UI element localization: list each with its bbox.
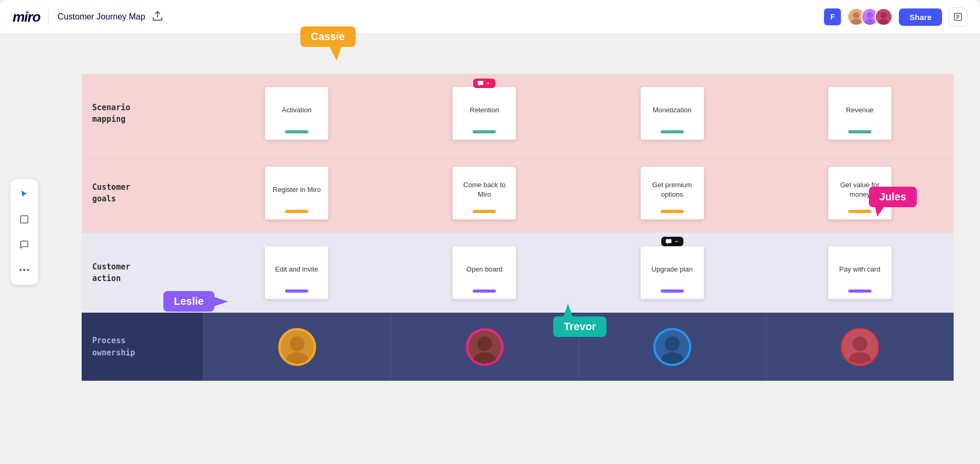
- goals-label: Customergoals: [82, 153, 203, 233]
- sticky-text-revenue: Revenue: [836, 95, 884, 125]
- tooltip-trevor: Trevor: [553, 316, 606, 337]
- process-avatar-2: [466, 328, 504, 366]
- sticky-openboard[interactable]: Open board: [453, 246, 516, 299]
- sticky-text-upgrade: Upgrade plan: [648, 255, 697, 284]
- sticky-text-edit: Edit and invite: [272, 255, 321, 284]
- framer-icon[interactable]: F: [824, 8, 841, 25]
- sticky-text-register: Register in Miro: [272, 175, 321, 205]
- svg-point-2: [853, 12, 859, 18]
- comment-badge-upgrade: [661, 237, 683, 246]
- action-cell-4: Pay with card: [766, 233, 954, 312]
- topbar-divider: [48, 9, 49, 24]
- process-cell-1: [203, 313, 390, 381]
- action-cell-3: Upgrade plan: [579, 233, 766, 312]
- sticky-upgrade[interactable]: Upgrade plan: [641, 246, 704, 299]
- sticky-bar-pay: [848, 289, 871, 293]
- sticky-text-openboard: Open board: [460, 255, 508, 284]
- sticky-activation[interactable]: Activation: [265, 87, 328, 140]
- topbar: miro Customer Journey Map F Share: [0, 0, 980, 34]
- upload-button[interactable]: [152, 10, 163, 24]
- topbar-title: Customer Journey Map: [57, 12, 145, 22]
- sticky-bar-openboard: [473, 289, 496, 293]
- sticky-bar-value: [848, 210, 871, 213]
- process-avatar-1: [278, 328, 316, 366]
- sticky-bar-monetization: [661, 130, 684, 133]
- svg-point-31: [665, 336, 680, 351]
- sticky-comeback[interactable]: Come back to Miro: [453, 167, 516, 219]
- sticky-bar-comeback: [473, 210, 496, 213]
- svg-point-8: [880, 12, 887, 18]
- sticky-monetization[interactable]: Monetization: [641, 87, 704, 140]
- sticky-register[interactable]: Register in Miro: [265, 167, 328, 219]
- process-cell-2: [390, 313, 578, 381]
- goals-cell-3: Get premium options: [579, 153, 766, 233]
- sticky-text-pay: Pay with card: [836, 255, 884, 284]
- tooltip-leslie: Leslie: [163, 291, 214, 312]
- sticky-bar-retention: [473, 130, 496, 133]
- comment-tool[interactable]: [16, 236, 33, 253]
- comment-badge-retention: [473, 79, 495, 88]
- avatar-user3: [875, 8, 893, 26]
- goals-cell-2: Come back to Miro: [390, 153, 578, 233]
- share-button[interactable]: Share: [899, 8, 942, 26]
- sticky-edit[interactable]: Edit and invite: [265, 246, 328, 299]
- goals-cells: Register in Miro Come back to Miro Get p…: [203, 153, 954, 233]
- action-cells: Edit and invite Open board Upgrade plan: [203, 233, 954, 312]
- notes-button[interactable]: [948, 7, 967, 26]
- sticky-bar-premium: [661, 210, 684, 213]
- svg-point-25: [290, 336, 305, 351]
- svg-point-28: [477, 336, 492, 351]
- process-cell-4: [766, 313, 954, 381]
- svg-marker-21: [563, 304, 573, 318]
- trevor-label: Trevor: [553, 316, 606, 337]
- sticky-text-premium: Get premium options: [648, 175, 697, 205]
- svg-point-17: [27, 269, 29, 271]
- cursor-tool[interactable]: [16, 186, 33, 202]
- action-cell-2: Open board: [390, 233, 578, 312]
- tooltip-jules: Jules: [869, 187, 917, 207]
- svg-point-5: [867, 12, 873, 18]
- miro-logo: miro: [13, 9, 40, 25]
- svg-point-15: [19, 269, 22, 271]
- process-avatar-4: [841, 328, 879, 366]
- sticky-text-activation: Activation: [272, 95, 321, 125]
- customer-goals-row: Customergoals Register in Miro Come back…: [82, 153, 954, 233]
- more-tools[interactable]: [16, 262, 33, 278]
- sticky-text-comeback: Come back to Miro: [460, 175, 508, 205]
- goals-cell-1: Register in Miro: [203, 153, 390, 233]
- svg-marker-18: [327, 42, 343, 61]
- sticky-bar-edit: [285, 289, 308, 293]
- tooltip-cassie: Cassie: [300, 26, 356, 47]
- sticky-revenue[interactable]: Revenue: [828, 87, 891, 140]
- svg-marker-20: [212, 296, 228, 307]
- sticky-text-monetization: Monetization: [648, 95, 697, 125]
- scenario-mapping-row: Scenariomapping Activation Retention: [82, 74, 954, 153]
- topbar-right: F Share: [824, 7, 967, 26]
- svg-marker-19: [874, 203, 887, 217]
- sticky-bar-revenue: [848, 130, 871, 133]
- svg-point-34: [852, 336, 867, 351]
- scenario-cell-1: Activation: [203, 74, 390, 153]
- leslie-label: Leslie: [163, 291, 214, 312]
- scenario-cell-2: Retention: [390, 74, 578, 153]
- sticky-text-retention: Retention: [460, 95, 508, 125]
- scenario-label: Scenariomapping: [82, 74, 203, 153]
- scenario-cells: Activation Retention Monetizatio: [203, 74, 954, 153]
- scenario-cell-3: Monetization: [579, 74, 766, 153]
- sticky-retention[interactable]: Retention: [453, 87, 516, 140]
- sticky-pay[interactable]: Pay with card: [828, 246, 891, 299]
- sticky-tool[interactable]: [16, 211, 33, 228]
- sticky-bar-upgrade: [661, 289, 684, 293]
- svg-point-16: [23, 269, 25, 271]
- left-toolbar: [11, 179, 38, 285]
- process-label: Processownership: [82, 313, 203, 381]
- process-ownership-row: Processownership: [82, 313, 954, 381]
- journey-table: Scenariomapping Activation Retention: [82, 74, 954, 381]
- sticky-premium[interactable]: Get premium options: [641, 167, 704, 219]
- scenario-cell-4: Revenue: [766, 74, 954, 153]
- svg-rect-14: [21, 216, 28, 223]
- action-cell-1: Edit and invite: [203, 233, 390, 312]
- avatar-group: [847, 8, 893, 26]
- sticky-bar-register: [285, 210, 308, 213]
- process-avatar-3: [653, 328, 691, 366]
